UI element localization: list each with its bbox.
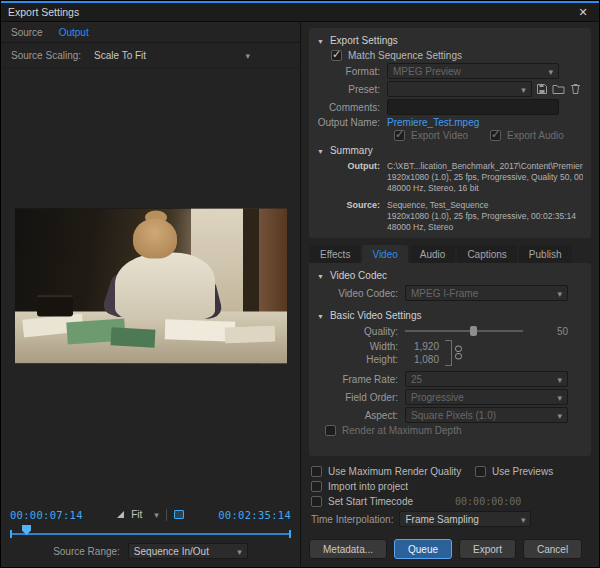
summary-output-label: Output:	[317, 161, 387, 194]
tab-publish[interactable]: Publish	[519, 245, 572, 263]
quality-row: Quality: 50	[317, 325, 583, 337]
use-previews-checkbox[interactable]	[475, 466, 486, 477]
frame-rate-select[interactable]: 25	[405, 371, 568, 387]
tab-captions[interactable]: Captions	[457, 245, 516, 263]
link-dimensions-icon[interactable]	[454, 345, 463, 362]
source-scaling-select[interactable]: Scale To Fit	[88, 47, 256, 63]
set-start-timecode-checkbox[interactable]	[311, 496, 322, 507]
quality-value: 50	[557, 326, 568, 337]
width-row: Width: 1,920	[317, 341, 439, 352]
chevron-down-icon	[230, 546, 242, 557]
export-video-label: Export Video	[411, 130, 468, 141]
preview-toggle-icon[interactable]	[174, 510, 184, 519]
source-range-value: Sequence In/Out	[134, 546, 209, 557]
time-interpolation-select[interactable]: Frame Sampling	[399, 511, 531, 527]
import-preset-icon[interactable]	[552, 82, 566, 97]
settings-tabs: Effects Video Audio Captions Publish	[309, 245, 591, 263]
queue-button[interactable]: Queue	[394, 539, 452, 559]
export-audio-label: Export Audio	[507, 130, 564, 141]
disclosure-triangle-icon[interactable]	[317, 35, 324, 46]
field-order-select[interactable]: Progressive	[405, 389, 568, 405]
slider-handle-icon[interactable]	[470, 326, 477, 336]
source-range-select[interactable]: Sequence In/Out	[128, 543, 248, 559]
export-audio-checkbox[interactable]	[490, 130, 501, 141]
summary-header[interactable]: Summary	[317, 143, 583, 158]
summary-line: 48000 Hz, Stereo, 16 bit	[387, 183, 583, 194]
disclosure-triangle-icon[interactable]	[317, 270, 324, 281]
dialog-buttons: Metadata... Queue Export Cancel	[309, 539, 591, 559]
field-order-row: Field Order: Progressive	[317, 389, 583, 405]
timeline-track[interactable]	[10, 533, 291, 535]
use-max-render-label: Use Maximum Render Quality	[328, 466, 461, 477]
import-into-project-label: Import into project	[328, 481, 408, 492]
summary-line: 1920x1080 (1.0), 25 fps, Progressive, 00…	[387, 211, 583, 222]
match-sequence-checkbox[interactable]	[331, 50, 342, 61]
summary-title: Summary	[330, 145, 373, 156]
format-row: Format: MPEG Preview	[317, 63, 583, 79]
quality-slider[interactable]	[405, 325, 523, 337]
width-label: Width:	[317, 341, 405, 352]
disclosure-triangle-icon[interactable]	[317, 310, 324, 321]
aspect-select[interactable]: Square Pixels (1.0)	[405, 407, 568, 423]
export-button[interactable]: Export	[459, 539, 516, 559]
render-max-depth-label: Render at Maximum Depth	[342, 425, 462, 436]
chevron-down-icon	[147, 509, 159, 520]
preview-tabs: Source Output	[1, 22, 300, 43]
preview-frame[interactable]	[15, 209, 287, 364]
start-timecode-value[interactable]: 00:00:00:00	[455, 496, 521, 507]
save-preset-icon[interactable]	[535, 82, 549, 97]
cancel-button[interactable]: Cancel	[523, 539, 582, 559]
export-settings-title: Export Settings	[330, 35, 398, 46]
preset-select[interactable]	[387, 81, 532, 97]
video-settings-group: Video Codec Video Codec: MPEG I-Frame Ba…	[309, 263, 591, 456]
output-name-label: Output Name:	[317, 117, 387, 128]
export-video-checkbox[interactable]	[394, 130, 405, 141]
video-codec-select[interactable]: MPEG I-Frame	[405, 285, 568, 301]
comments-row: Comments:	[317, 99, 583, 115]
basic-video-header[interactable]: Basic Video Settings	[317, 308, 583, 323]
disclosure-triangle-icon[interactable]	[317, 145, 324, 156]
current-timecode[interactable]: 00:00:07:14	[10, 509, 83, 521]
metadata-button[interactable]: Metadata...	[309, 539, 387, 559]
match-sequence-label: Match Sequence Settings	[348, 50, 462, 61]
tab-effects[interactable]: Effects	[310, 245, 360, 263]
preview-timeline[interactable]	[10, 525, 291, 540]
tab-audio[interactable]: Audio	[410, 245, 456, 263]
tab-video[interactable]: Video	[362, 245, 407, 263]
divider	[166, 509, 167, 521]
tab-output[interactable]: Output	[59, 27, 89, 38]
titlebar[interactable]: Export Settings ✕	[1, 3, 599, 22]
render-max-depth-checkbox[interactable]	[325, 425, 336, 436]
width-value[interactable]: 1,920	[405, 341, 439, 352]
import-into-project-checkbox[interactable]	[311, 481, 322, 492]
output-name-link[interactable]: Premiere_Test.mpeg	[387, 117, 479, 128]
output-name-row: Output Name: Premiere_Test.mpeg	[317, 117, 583, 128]
format-select[interactable]: MPEG Preview	[387, 63, 559, 79]
time-interpolation-label: Time Interpolation:	[311, 514, 393, 525]
zoom-level-select[interactable]: Fit	[131, 509, 159, 520]
use-previews-label: Use Previews	[492, 466, 553, 477]
video-codec-row: Video Codec: MPEG I-Frame	[317, 285, 583, 301]
video-codec-header[interactable]: Video Codec	[317, 268, 583, 283]
delete-preset-icon[interactable]	[569, 82, 583, 97]
height-value[interactable]: 1,080	[405, 354, 439, 365]
format-label: Format:	[317, 66, 387, 77]
pan-cursor-icon[interactable]	[117, 511, 124, 518]
photo-green-paper	[111, 327, 156, 347]
aspect-label: Aspect:	[317, 410, 405, 421]
close-icon[interactable]: ✕	[574, 6, 592, 19]
export-settings-dialog: Export Settings ✕ Source Output Source S…	[0, 0, 600, 568]
use-max-render-checkbox[interactable]	[311, 466, 322, 477]
comments-input[interactable]	[387, 99, 559, 115]
source-scaling-row: Source Scaling: Scale To Fit	[1, 43, 300, 68]
summary-output-lines: C:\XBT...lication_Benchmark_2017\Content…	[387, 161, 583, 194]
field-order-value: Progressive	[411, 392, 464, 403]
export-settings-group: Export Settings Match Sequence Settings …	[309, 28, 591, 238]
tab-source[interactable]: Source	[11, 27, 43, 38]
source-range-row: Source Range: Sequence In/Out	[1, 540, 300, 567]
summary-line: Sequence, Test_Sequence	[387, 200, 583, 211]
window-title: Export Settings	[8, 6, 79, 18]
frame-rate-value: 25	[411, 374, 422, 385]
export-settings-header[interactable]: Export Settings	[317, 33, 583, 48]
photo-paper	[225, 326, 276, 344]
